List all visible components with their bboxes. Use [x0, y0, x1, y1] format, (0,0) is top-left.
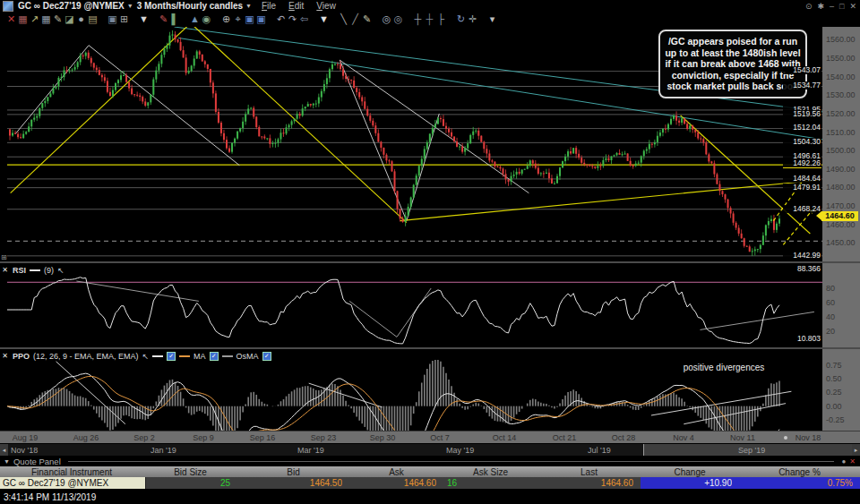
quote-col-header: Change %: [739, 467, 860, 477]
rsi-label: RSI: [13, 266, 26, 275]
maximize-icon[interactable]: □: [839, 2, 844, 11]
clock: 3:41:14 PM 11/13/2019: [4, 492, 96, 502]
text-box-icon[interactable]: ▣: [244, 12, 255, 27]
crosshair-right-icon[interactable]: ┼: [424, 12, 435, 27]
menu-edit[interactable]: Edit: [288, 1, 304, 11]
rsi-close-icon[interactable]: ✕: [1, 266, 9, 274]
zoom-out-icon[interactable]: ◎: [392, 12, 404, 27]
status-bar: 3:41:14 PM 11/13/2019: [0, 489, 860, 504]
price-level-label: 1504.30: [783, 138, 821, 146]
grid-icon[interactable]: ▦: [40, 12, 52, 27]
ppo-legend: ✓MA✓OsMA✓: [152, 352, 271, 361]
time-axis[interactable]: Aug 19Aug 26Sep 2Sep 9Sep 16Sep 23Sep 30…: [0, 431, 860, 444]
undo-icon[interactable]: ↶: [275, 12, 287, 27]
quote-panel-title: Quote Panel: [13, 457, 61, 466]
anchor-icon[interactable]: ⌖: [232, 12, 244, 27]
timeline-label: Mar '19: [297, 446, 324, 455]
quote-col-header: Bid Size: [143, 467, 237, 477]
rsi-canvas[interactable]: [0, 274, 822, 346]
ellipse-icon[interactable]: ●: [75, 12, 87, 27]
dropdown-icon[interactable]: ▾: [486, 12, 498, 27]
legend-line-sample: [222, 355, 233, 357]
refresh-icon[interactable]: ↻: [455, 12, 467, 27]
crosshair-left-icon[interactable]: ┼: [412, 12, 424, 27]
redo-icon[interactable]: ↷: [287, 12, 298, 27]
filter-icon[interactable]: ▼: [138, 12, 150, 27]
snap-grid-icon[interactable]: ▦: [17, 12, 29, 27]
legend-checkbox[interactable]: ✓: [167, 352, 176, 361]
x-axis-label: Oct 21: [553, 433, 577, 442]
trend-arrow-icon[interactable]: ↗: [29, 12, 40, 27]
legend-label: OsMA: [236, 352, 259, 361]
volume-bars-icon[interactable]: ▌: [169, 12, 181, 27]
ray-line-icon[interactable]: ╱: [349, 12, 361, 27]
timeframe-selector[interactable]: 3 Months/Hourly candles: [137, 1, 243, 11]
price-level-label: 1512.04: [783, 124, 821, 132]
legend-line-sample: [152, 355, 163, 357]
back-icon[interactable]: ⇦: [298, 12, 310, 27]
minimize-icon[interactable]: –: [830, 2, 834, 11]
rsi-tick: 20: [826, 328, 835, 336]
legend-checkbox[interactable]: ✓: [262, 352, 271, 361]
triangle-icon[interactable]: ▲: [189, 12, 201, 27]
quote-table-row[interactable]: GC ∞ Dec27'19 @NYMEX251464.501464.601614…: [0, 477, 860, 489]
quote-close-icon[interactable]: ✕: [849, 457, 856, 466]
delete-drawing-icon[interactable]: ✕: [5, 12, 17, 27]
x-axis-label: Sep 9: [193, 433, 214, 442]
price-tick: 1450.00: [826, 239, 856, 247]
price-level-label: 1484.64: [783, 175, 821, 183]
trendline-icon[interactable]: ╲: [338, 12, 349, 27]
collapse-icon[interactable]: ▼: [4, 458, 10, 465]
menu-file[interactable]: File: [262, 1, 276, 11]
tools-icon[interactable]: ✛: [467, 12, 478, 27]
menu-view[interactable]: View: [316, 1, 336, 11]
x-axis-label: Sep 2: [133, 433, 155, 442]
symbol-selector[interactable]: GC ∞ Dec27'19 @NYMEX: [18, 1, 125, 11]
rsi-tick: 60: [826, 299, 835, 307]
price-tick: 1500.00: [826, 147, 856, 155]
price-tick: 1520.00: [826, 110, 856, 118]
eraser-icon[interactable]: ◪: [64, 12, 75, 27]
price-tick: 1530.00: [826, 91, 856, 99]
expand-h-icon[interactable]: ├: [435, 12, 447, 27]
price-tick: 1550.00: [826, 55, 856, 63]
target-icon[interactable]: ⊕: [220, 12, 232, 27]
marker-pen-icon[interactable]: ✎: [158, 12, 169, 27]
pin-icon[interactable]: ⊙: [805, 2, 813, 11]
stamp-icon[interactable]: ✎: [52, 12, 64, 27]
alert-icon[interactable]: ●: [841, 457, 846, 466]
cursor-icon[interactable]: ↖: [57, 266, 64, 275]
quote-table-header: Financial InstrumentBid SizeBidAskAsk Si…: [0, 466, 860, 477]
image-icon[interactable]: ▤: [87, 12, 99, 27]
price-tick: 1470.00: [826, 202, 856, 210]
panel-grip-icon[interactable]: ⊞: [1, 253, 7, 261]
ppo-label: PPO: [13, 352, 30, 361]
divider: [68, 461, 835, 462]
x-axis-label: Aug 19: [13, 433, 39, 442]
pencil-icon[interactable]: ✎: [361, 12, 373, 27]
funnel-icon[interactable]: ▼: [318, 12, 330, 27]
layout-icon[interactable]: ▣: [107, 12, 118, 27]
timeline-label: May '19: [446, 446, 474, 455]
close-window-icon[interactable]: ✕: [849, 2, 856, 11]
zoom-in-icon[interactable]: ◎: [381, 12, 392, 27]
panel-divider[interactable]: [0, 261, 860, 263]
ppo-close-icon[interactable]: ✕: [1, 352, 9, 360]
timeline-label: Jan '19: [150, 446, 176, 455]
panel-divider[interactable]: [0, 347, 860, 349]
ask-size-cell: 16: [443, 477, 541, 489]
app-logo-icon: [3, 1, 13, 12]
note-box-icon[interactable]: ▣: [255, 12, 267, 27]
globe-icon[interactable]: ◉: [201, 12, 212, 27]
price-tick: 1510.00: [826, 129, 856, 137]
timeline-right-arrow[interactable]: ▸: [852, 444, 860, 456]
yellow-level-label: 1492.26: [783, 159, 821, 168]
timeline-left-arrow[interactable]: ◂: [0, 444, 8, 456]
timeline-scrollbar[interactable]: ◂ ▸ Nov '18Jan '19Mar '19May '19Jul '19S…: [0, 443, 860, 456]
cursor-icon[interactable]: ↖: [142, 352, 150, 361]
price-tick: 1560.00: [826, 36, 856, 44]
settings-icon[interactable]: ✱: [817, 2, 824, 11]
grid-view-icon[interactable]: ⊞: [118, 12, 130, 27]
bid-size-cell: 25: [143, 477, 230, 489]
legend-checkbox[interactable]: ✓: [210, 352, 219, 361]
